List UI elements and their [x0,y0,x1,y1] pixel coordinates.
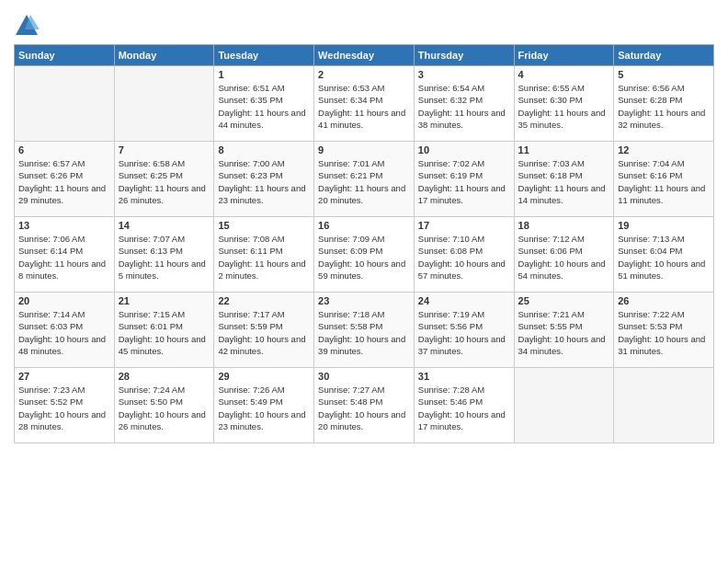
sunset: Sunset: 6:32 PM [418,95,483,105]
calendar-week-row: 1Sunrise: 6:51 AMSunset: 6:35 PMDaylight… [15,66,714,142]
day-info: Sunrise: 7:22 AMSunset: 5:53 PMDaylight:… [618,308,710,357]
sunset: Sunset: 5:55 PM [518,321,583,331]
sunset: Sunset: 5:52 PM [18,396,83,407]
calendar-cell: 6Sunrise: 6:57 AMSunset: 6:26 PMDaylight… [15,142,115,217]
day-info: Sunrise: 6:58 AMSunset: 6:25 PMDaylight:… [119,157,210,206]
day-number: 21 [119,295,210,306]
daylight: Daylight: 10 hours and 20 minutes. [318,409,405,431]
calendar-cell: 14Sunrise: 7:07 AMSunset: 6:13 PMDayligh… [114,217,214,293]
day-info: Sunrise: 7:14 AMSunset: 6:03 PMDaylight:… [18,308,110,357]
day-number: 6 [18,144,110,155]
day-number: 23 [318,295,410,306]
day-number: 25 [518,295,610,306]
sunrise: Sunrise: 7:23 AM [18,385,85,395]
day-number: 18 [518,220,610,231]
daylight: Daylight: 11 hours and 2 minutes. [218,259,305,281]
day-number: 16 [318,220,410,231]
daylight: Daylight: 10 hours and 39 minutes. [318,334,405,356]
sunrise: Sunrise: 7:08 AM [218,234,284,244]
day-number: 26 [618,295,710,306]
day-number: 5 [618,69,710,80]
calendar-cell: 26Sunrise: 7:22 AMSunset: 5:53 PMDayligh… [614,293,714,368]
sunset: Sunset: 6:03 PM [18,321,83,331]
sunset: Sunset: 6:16 PM [618,170,682,180]
weekday-header: Wednesday [314,45,415,66]
sunset: Sunset: 6:34 PM [318,95,382,105]
sunset: Sunset: 6:04 PM [618,246,682,256]
day-number: 28 [119,371,210,382]
calendar-cell: 4Sunrise: 6:55 AMSunset: 6:30 PMDaylight… [514,66,614,142]
day-info: Sunrise: 7:23 AMSunset: 5:52 PMDaylight:… [18,384,110,432]
calendar-cell: 18Sunrise: 7:12 AMSunset: 6:06 PMDayligh… [514,217,614,293]
header-row: SundayMondayTuesdayWednesdayThursdayFrid… [15,45,714,66]
calendar-table: SundayMondayTuesdayWednesdayThursdayFrid… [14,44,714,443]
sunset: Sunset: 5:58 PM [318,321,382,331]
logo-icon [14,13,40,39]
calendar-cell: 20Sunrise: 7:14 AMSunset: 6:03 PMDayligh… [15,293,115,368]
day-number: 13 [18,220,110,231]
calendar-cell: 21Sunrise: 7:15 AMSunset: 6:01 PMDayligh… [114,293,214,368]
day-number: 24 [418,295,510,306]
sunrise: Sunrise: 7:14 AM [18,309,85,319]
sunset: Sunset: 6:13 PM [119,246,183,256]
day-info: Sunrise: 7:12 AMSunset: 6:06 PMDaylight:… [518,233,610,282]
day-info: Sunrise: 6:51 AMSunset: 6:35 PMDaylight:… [218,82,310,131]
daylight: Daylight: 10 hours and 42 minutes. [218,334,305,356]
day-number: 31 [418,371,510,382]
weekday-header: Monday [114,45,214,66]
calendar-cell: 5Sunrise: 6:56 AMSunset: 6:28 PMDaylight… [614,66,714,142]
calendar-cell: 13Sunrise: 7:06 AMSunset: 6:14 PMDayligh… [15,217,115,293]
day-number: 15 [218,220,310,231]
daylight: Daylight: 10 hours and 59 minutes. [318,259,405,281]
daylight: Daylight: 10 hours and 23 minutes. [218,409,305,431]
sunrise: Sunrise: 6:57 AM [18,158,85,168]
calendar-cell: 29Sunrise: 7:26 AMSunset: 5:49 PMDayligh… [214,368,314,443]
calendar-cell: 1Sunrise: 6:51 AMSunset: 6:35 PMDaylight… [214,66,314,142]
sunrise: Sunrise: 7:02 AM [418,158,484,168]
daylight: Daylight: 10 hours and 28 minutes. [18,409,106,431]
sunset: Sunset: 6:19 PM [418,170,483,180]
day-info: Sunrise: 6:54 AMSunset: 6:32 PMDaylight:… [418,82,510,131]
sunset: Sunset: 6:06 PM [518,246,583,256]
calendar-cell: 22Sunrise: 7:17 AMSunset: 5:59 PMDayligh… [214,293,314,368]
day-info: Sunrise: 7:07 AMSunset: 6:13 PMDaylight:… [119,233,210,282]
day-info: Sunrise: 6:55 AMSunset: 6:30 PMDaylight:… [518,82,610,131]
logo [14,13,42,39]
day-info: Sunrise: 7:26 AMSunset: 5:49 PMDaylight:… [218,384,310,432]
sunset: Sunset: 6:18 PM [518,170,583,180]
day-number: 2 [318,69,410,80]
calendar-cell: 10Sunrise: 7:02 AMSunset: 6:19 PMDayligh… [414,142,514,217]
daylight: Daylight: 10 hours and 45 minutes. [119,334,206,356]
day-info: Sunrise: 7:08 AMSunset: 6:11 PMDaylight:… [218,233,310,282]
sunrise: Sunrise: 7:12 AM [518,234,585,244]
calendar-cell: 2Sunrise: 6:53 AMSunset: 6:34 PMDaylight… [314,66,415,142]
sunrise: Sunrise: 7:09 AM [318,234,384,244]
day-number: 7 [119,144,210,155]
calendar-cell: 27Sunrise: 7:23 AMSunset: 5:52 PMDayligh… [15,368,115,443]
calendar-cell: 11Sunrise: 7:03 AMSunset: 6:18 PMDayligh… [514,142,614,217]
sunrise: Sunrise: 7:17 AM [218,309,284,319]
day-info: Sunrise: 7:02 AMSunset: 6:19 PMDaylight:… [418,157,510,206]
daylight: Daylight: 10 hours and 54 minutes. [518,259,606,281]
daylight: Daylight: 11 hours and 38 minutes. [418,108,506,130]
day-info: Sunrise: 7:04 AMSunset: 6:16 PMDaylight:… [618,157,710,206]
sunrise: Sunrise: 7:19 AM [418,309,484,319]
day-number: 20 [18,295,110,306]
day-info: Sunrise: 7:17 AMSunset: 5:59 PMDaylight:… [218,308,310,357]
day-number: 17 [418,220,510,231]
sunset: Sunset: 5:49 PM [218,396,282,407]
weekday-header: Friday [514,45,614,66]
sunset: Sunset: 5:59 PM [218,321,282,331]
day-info: Sunrise: 7:06 AMSunset: 6:14 PMDaylight:… [18,233,110,282]
sunrise: Sunrise: 7:01 AM [318,158,384,168]
calendar-cell: 12Sunrise: 7:04 AMSunset: 6:16 PMDayligh… [614,142,714,217]
weekday-header: Saturday [614,45,714,66]
sunrise: Sunrise: 7:21 AM [518,309,585,319]
calendar-cell: 9Sunrise: 7:01 AMSunset: 6:21 PMDaylight… [314,142,415,217]
sunset: Sunset: 6:09 PM [318,246,382,256]
day-info: Sunrise: 7:21 AMSunset: 5:55 PMDaylight:… [518,308,610,357]
calendar-cell: 30Sunrise: 7:27 AMSunset: 5:48 PMDayligh… [314,368,415,443]
sunrise: Sunrise: 7:18 AM [318,309,384,319]
calendar-cell: 28Sunrise: 7:24 AMSunset: 5:50 PMDayligh… [114,368,214,443]
day-number: 8 [218,144,310,155]
